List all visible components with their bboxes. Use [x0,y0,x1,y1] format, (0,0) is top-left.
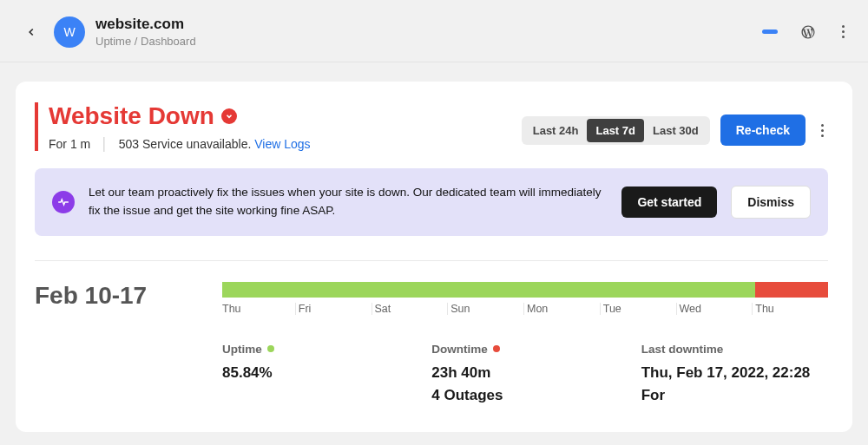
red-dot-icon [493,345,500,352]
range-30d[interactable]: Last 30d [644,119,707,142]
main-card: Website Down For 1 m │ 503 Service unava… [16,82,852,432]
dismiss-button[interactable]: Dismiss [731,186,811,219]
range-24h[interactable]: Last 24h [524,119,588,142]
status-block: Website Down For 1 m │ 503 Service unava… [35,102,311,151]
date-range-label: Feb 10-17 [35,282,200,404]
timeline-section: Feb 10-17 ThuFriSatSunMonTueWedThu Uptim… [35,282,828,404]
status-pill [762,29,778,34]
status-subline: For 1 m │ 503 Service unavailable. View … [49,137,311,151]
avatar: W [54,16,85,48]
last-downtime-value: Thu, Feb 17, 2022, 22:28 [641,364,828,382]
recheck-button[interactable]: Re-check [720,115,806,146]
tick-label: Tue [600,303,676,315]
divider: │ [101,137,108,151]
banner-text: Let our team proactively fix the issues … [89,184,608,220]
status-row: Website Down For 1 m │ 503 Service unava… [35,102,828,151]
avatar-initial: W [63,25,75,39]
uptime-value: 85.84% [222,364,409,382]
tick-label: Sun [447,303,523,315]
uptime-bar [222,282,828,298]
view-logs-link[interactable]: View Logs [254,137,310,151]
downtime-value: 23h 40m [431,364,618,382]
uptime-label: Uptime [222,343,262,356]
tick-label: Fri [295,303,372,315]
uptime-metric: Uptime 85.84% [222,343,409,404]
status-duration: For 1 m [49,137,90,151]
controls: Last 24h Last 7d Last 30d Re-check [522,115,828,146]
last-downtime-metric: Last downtime Thu, Feb 17, 2022, 22:28 F… [641,343,828,404]
timeline-wrap: ThuFriSatSunMonTueWedThu Uptime 85.84% D… [222,282,828,404]
section-divider [35,260,828,261]
chevron-left-icon [25,26,37,38]
status-heading-text: Website Down [49,102,214,130]
tick-label: Mon [523,303,600,315]
wordpress-icon[interactable] [800,24,816,40]
tick-label: Thu [222,303,295,315]
status-heading: Website Down [49,102,311,130]
green-dot-icon [267,345,274,352]
title-block: website.com Uptime / Dashboard [95,16,752,48]
site-title: website.com [95,16,752,33]
last-downtime-label: Last downtime [641,343,724,356]
downtime-label: Downtime [431,343,488,356]
outages-value: 4 Outages [431,387,618,404]
breadcrumb: Uptime / Dashboard [95,35,752,48]
metrics-row: Uptime 85.84% Downtime 23h 40m 4 Outages [222,343,828,404]
bar-up-segment [222,282,755,298]
bar-down-segment [755,282,828,298]
status-error: 503 Service unavailable. [119,137,252,151]
tick-label: Sat [372,303,448,315]
heartbeat-icon [52,191,75,213]
more-menu-button[interactable] [837,25,849,38]
tick-label: Wed [676,303,753,315]
range-7d[interactable]: Last 7d [587,119,644,142]
down-arrow-icon [221,108,237,124]
tick-label: Thu [752,303,828,315]
timeline-ticks: ThuFriSatSunMonTueWedThu [222,303,828,315]
get-started-button[interactable]: Get started [621,187,717,218]
topbar: W website.com Uptime / Dashboard [0,0,868,62]
downtime-metric: Downtime 23h 40m 4 Outages [431,343,618,404]
card-more-menu[interactable] [816,124,828,137]
promo-banner: Let our team proactively fix the issues … [35,168,828,236]
time-range-segmented: Last 24h Last 7d Last 30d [522,116,710,145]
back-button[interactable] [19,20,43,44]
last-downtime-for: For [641,387,828,404]
